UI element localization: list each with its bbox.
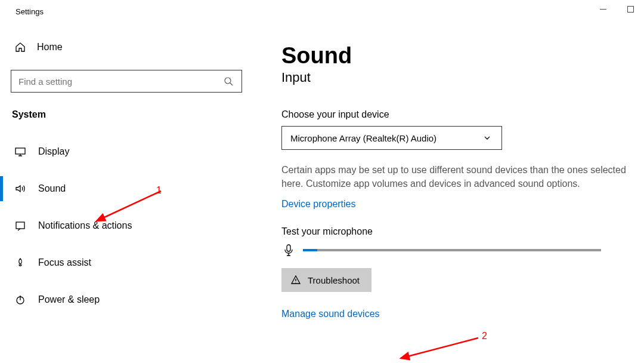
notifications-icon [14, 220, 26, 232]
mic-test-row [281, 243, 644, 257]
test-mic-label: Test your microphone [281, 226, 644, 237]
sidebar-item-label: Sound [38, 183, 66, 194]
svg-rect-0 [600, 9, 606, 10]
choose-device-label: Choose your input device [281, 109, 644, 120]
sidebar-item-label: Focus assist [38, 257, 91, 268]
nav-list: Display Sound Notifications & actions [0, 133, 250, 318]
focus-assist-icon [14, 257, 26, 269]
display-icon [14, 146, 26, 158]
svg-point-2 [225, 78, 231, 84]
section-title: Input [281, 70, 644, 85]
sidebar-item-notifications[interactable]: Notifications & actions [0, 207, 250, 244]
troubleshoot-label: Troubleshoot [308, 275, 360, 285]
sidebar: Settings Home System [0, 0, 250, 363]
manage-sound-devices-link[interactable]: Manage sound devices [281, 309, 380, 319]
sidebar-item-display[interactable]: Display [0, 133, 250, 170]
search-icon [222, 75, 234, 87]
dropdown-value: Microphone Array (Realtek(R) Audio) [290, 133, 436, 143]
svg-rect-1 [627, 6, 633, 12]
category-label: System [12, 109, 240, 120]
sidebar-item-power[interactable]: Power & sleep [0, 281, 250, 318]
device-properties-link[interactable]: Device properties [281, 199, 356, 210]
mic-level-meter [303, 249, 601, 251]
window-controls [589, 0, 644, 18]
mic-level-fill [303, 249, 317, 251]
svg-rect-3 [16, 148, 25, 154]
power-icon [14, 294, 26, 306]
sidebar-item-label: Display [38, 146, 69, 157]
device-description: Certain apps may be set up to use differ… [281, 163, 639, 190]
home-icon [14, 41, 26, 53]
sound-icon [14, 183, 26, 195]
sidebar-item-focus-assist[interactable]: Focus assist [0, 244, 250, 281]
page-title: Sound [281, 43, 644, 69]
warning-icon [290, 274, 302, 286]
chevron-down-icon [481, 132, 493, 144]
search-field[interactable] [18, 76, 222, 87]
sidebar-item-sound[interactable]: Sound [0, 170, 250, 207]
microphone-icon [281, 243, 296, 257]
svg-rect-4 [16, 222, 24, 229]
search-input[interactable] [11, 70, 242, 93]
troubleshoot-button[interactable]: Troubleshoot [281, 268, 371, 292]
home-button[interactable]: Home [11, 35, 240, 59]
window-title: Settings [16, 7, 240, 16]
maximize-button[interactable] [617, 0, 644, 18]
minimize-button[interactable] [589, 0, 617, 18]
main-content: Sound Input Choose your input device Mic… [250, 0, 644, 363]
home-label: Home [37, 42, 63, 53]
svg-rect-6 [287, 245, 290, 251]
input-device-dropdown[interactable]: Microphone Array (Realtek(R) Audio) [281, 126, 502, 150]
sidebar-item-label: Notifications & actions [38, 220, 132, 231]
sidebar-item-label: Power & sleep [38, 294, 100, 305]
